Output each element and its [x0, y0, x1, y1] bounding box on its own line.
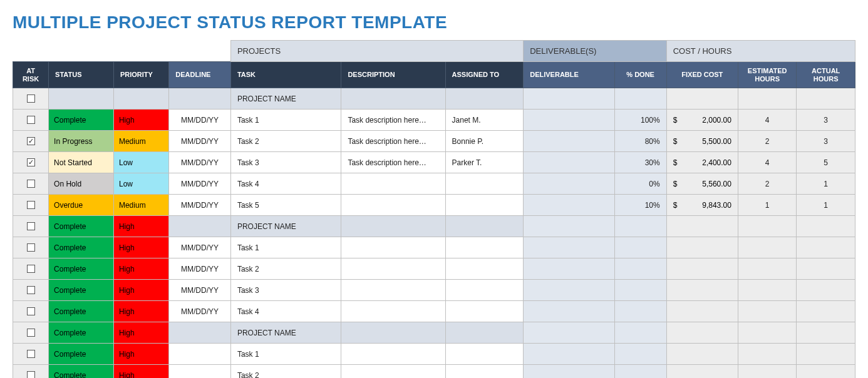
status-cell[interactable]: Complete: [49, 344, 113, 364]
assigned-to-cell[interactable]: [446, 258, 524, 279]
fixed-cost-cell[interactable]: [667, 301, 738, 322]
task-cell[interactable]: Task 1: [231, 237, 341, 258]
est-hours-cell[interactable]: 2: [738, 173, 796, 194]
priority-cell[interactable]: Medium: [114, 195, 168, 215]
priority-cell[interactable]: High: [114, 216, 168, 237]
est-hours-cell[interactable]: 1: [738, 195, 796, 215]
at-risk-checkbox[interactable]: [27, 307, 35, 315]
task-cell[interactable]: Task 1: [231, 110, 341, 130]
deliverable-cell[interactable]: [524, 280, 614, 300]
at-risk-checkbox[interactable]: [27, 329, 35, 337]
at-risk-checkbox[interactable]: [27, 350, 35, 358]
at-risk-checkbox[interactable]: [27, 222, 35, 230]
description-cell[interactable]: Task description here…: [341, 152, 445, 173]
pct-done-cell[interactable]: [615, 258, 666, 279]
est-hours-cell[interactable]: 4: [738, 110, 796, 130]
act-hours-cell[interactable]: 1: [797, 195, 855, 215]
deliverable-cell[interactable]: [524, 110, 614, 130]
pct-done-cell[interactable]: 30%: [615, 152, 666, 173]
fixed-cost-cell[interactable]: $ 2,000.00: [667, 110, 738, 130]
assigned-to-cell[interactable]: [446, 173, 524, 194]
task-cell[interactable]: Task 4: [231, 173, 341, 194]
deliverable-cell[interactable]: [524, 365, 614, 378]
task-cell[interactable]: Task 3: [231, 152, 341, 173]
pct-done-cell[interactable]: 0%: [615, 173, 666, 194]
est-hours-cell[interactable]: [738, 258, 796, 279]
deliverable-cell[interactable]: [524, 152, 614, 173]
act-hours-cell[interactable]: [797, 301, 855, 322]
est-hours-cell[interactable]: [738, 344, 796, 364]
act-hours-cell[interactable]: 3: [797, 110, 855, 130]
pct-done-cell[interactable]: 10%: [615, 195, 666, 215]
assigned-to-cell[interactable]: [446, 195, 524, 215]
priority-cell[interactable]: High: [114, 344, 168, 364]
deadline-cell[interactable]: MM/DD/YY: [169, 152, 230, 173]
at-risk-checkbox[interactable]: [27, 116, 35, 124]
assigned-to-cell[interactable]: [446, 365, 524, 378]
priority-cell[interactable]: Medium: [114, 131, 168, 151]
status-cell[interactable]: Complete: [49, 301, 113, 322]
description-cell[interactable]: [341, 237, 445, 258]
assigned-to-cell[interactable]: Parker T.: [446, 152, 524, 173]
priority-cell[interactable]: Low: [114, 173, 168, 194]
at-risk-checkbox[interactable]: [27, 265, 35, 273]
priority-cell[interactable]: High: [114, 258, 168, 279]
deadline-cell[interactable]: MM/DD/YY: [169, 280, 230, 300]
status-cell[interactable]: Complete: [49, 280, 113, 300]
act-hours-cell[interactable]: [797, 258, 855, 279]
description-cell[interactable]: [341, 344, 445, 364]
pct-done-cell[interactable]: 100%: [615, 110, 666, 130]
description-cell[interactable]: [341, 365, 445, 378]
description-cell[interactable]: Task description here…: [341, 110, 445, 130]
fixed-cost-cell[interactable]: [667, 237, 738, 258]
task-cell[interactable]: Task 1: [231, 344, 341, 364]
deliverable-cell[interactable]: [524, 173, 614, 194]
status-cell[interactable]: Complete: [49, 216, 113, 237]
at-risk-checkbox[interactable]: ✓: [27, 137, 35, 145]
pct-done-cell[interactable]: [615, 301, 666, 322]
priority-cell[interactable]: High: [114, 301, 168, 322]
description-cell[interactable]: [341, 195, 445, 215]
task-cell[interactable]: Task 3: [231, 280, 341, 300]
fixed-cost-cell[interactable]: $ 2,400.00: [667, 152, 738, 173]
fixed-cost-cell[interactable]: [667, 280, 738, 300]
fixed-cost-cell[interactable]: $ 5,500.00: [667, 131, 738, 151]
pct-done-cell[interactable]: [615, 344, 666, 364]
assigned-to-cell[interactable]: Bonnie P.: [446, 131, 524, 151]
priority-cell[interactable]: High: [114, 110, 168, 130]
task-cell[interactable]: Task 5: [231, 195, 341, 215]
deadline-cell[interactable]: MM/DD/YY: [169, 110, 230, 130]
deadline-cell[interactable]: MM/DD/YY: [169, 173, 230, 194]
priority-cell[interactable]: High: [114, 322, 168, 343]
deliverable-cell[interactable]: [524, 195, 614, 215]
est-hours-cell[interactable]: [738, 237, 796, 258]
pct-done-cell[interactable]: 80%: [615, 131, 666, 151]
act-hours-cell[interactable]: 5: [797, 152, 855, 173]
deliverable-cell[interactable]: [524, 301, 614, 322]
deadline-cell[interactable]: [169, 344, 230, 364]
fixed-cost-cell[interactable]: $ 9,843.00: [667, 195, 738, 215]
est-hours-cell[interactable]: [738, 280, 796, 300]
deadline-cell[interactable]: MM/DD/YY: [169, 237, 230, 258]
est-hours-cell[interactable]: 2: [738, 131, 796, 151]
at-risk-checkbox[interactable]: ✓: [27, 158, 35, 166]
deadline-cell[interactable]: [169, 365, 230, 378]
at-risk-checkbox[interactable]: [27, 201, 35, 209]
status-cell[interactable]: In Progress: [49, 131, 113, 151]
est-hours-cell[interactable]: [738, 301, 796, 322]
pct-done-cell[interactable]: [615, 280, 666, 300]
task-cell[interactable]: Task 2: [231, 258, 341, 279]
task-cell[interactable]: Task 4: [231, 301, 341, 322]
assigned-to-cell[interactable]: [446, 237, 524, 258]
status-cell[interactable]: Complete: [49, 322, 113, 343]
fixed-cost-cell[interactable]: $ 5,560.00: [667, 173, 738, 194]
at-risk-checkbox[interactable]: [27, 180, 35, 188]
status-cell[interactable]: On Hold: [49, 173, 113, 194]
at-risk-checkbox[interactable]: [27, 371, 35, 378]
deadline-cell[interactable]: MM/DD/YY: [169, 131, 230, 151]
priority-cell[interactable]: High: [114, 280, 168, 300]
description-cell[interactable]: [341, 258, 445, 279]
fixed-cost-cell[interactable]: [667, 365, 738, 378]
description-cell[interactable]: [341, 173, 445, 194]
act-hours-cell[interactable]: [797, 344, 855, 364]
